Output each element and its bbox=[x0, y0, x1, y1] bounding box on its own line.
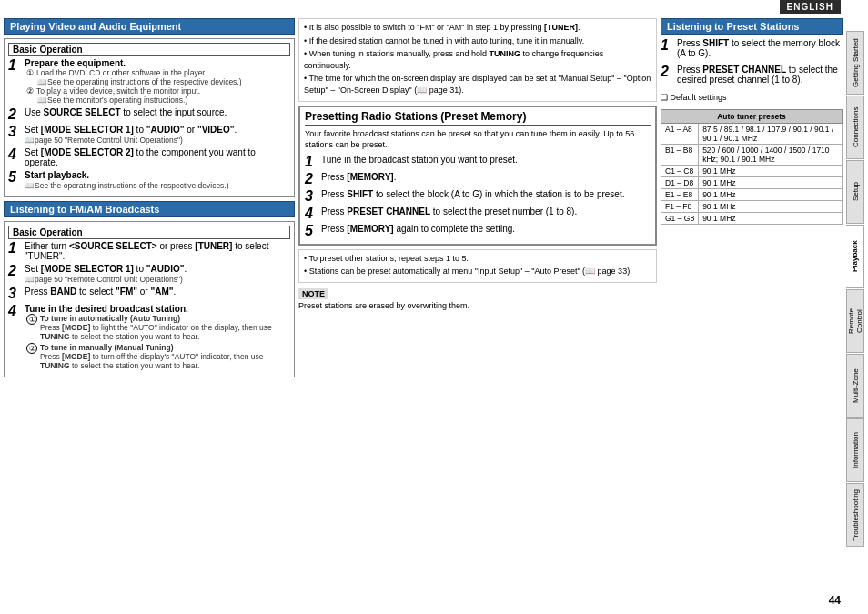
section2-header: Listening to FM/AM Broadcasts bbox=[4, 201, 295, 217]
channel-f: F1 – F8 bbox=[661, 201, 699, 213]
side-tabs: Getting Started Connections Setup Playba… bbox=[846, 31, 864, 610]
middle-column: • It is also possible to switch to "FM" … bbox=[298, 18, 657, 610]
step-1-title: Prepare the equipment. bbox=[25, 58, 126, 68]
fm-sub2-text: To tune in manually (Manual Tuning) Pres… bbox=[40, 343, 290, 370]
tab-multi-zone[interactable]: Multi-Zone bbox=[846, 354, 864, 418]
preset-step-5-content: Press [MEMORY] again to complete the set… bbox=[321, 224, 651, 234]
preset-step-1-num: 1 bbox=[305, 155, 318, 169]
sub-step-2-text: To play a video device, switch the monit… bbox=[36, 86, 200, 96]
channel-c: C1 – C8 bbox=[661, 166, 699, 177]
preset-desc: Your favorite broadcast stations can be … bbox=[305, 128, 651, 151]
step-4: 4 Set [MODE SELECTOR 2] to the component… bbox=[8, 147, 290, 167]
sub-step-2-num: ② bbox=[26, 86, 34, 96]
sub-note-1: 📖See the operating instructions of the r… bbox=[37, 77, 242, 86]
fm-step-4: 4 Tune in the desired broadcast station.… bbox=[8, 304, 290, 370]
step-4-num: 4 bbox=[8, 147, 21, 162]
bullet-section: • It is also possible to switch to "FM" … bbox=[298, 18, 657, 102]
channel-e: E1 – E8 bbox=[661, 189, 699, 201]
preset-step-1-content: Tune in the broadcast station you want t… bbox=[321, 155, 651, 165]
tab-remote-control[interactable]: Remote Control bbox=[846, 289, 864, 353]
section1-subheader: Basic Operation bbox=[8, 43, 290, 56]
note-section: NOTE Preset stations are erased by overw… bbox=[298, 287, 657, 312]
fm-sub1-text: To tune in automatically (Auto Tuning) P… bbox=[40, 314, 290, 341]
sub-step-1-num: ① bbox=[26, 68, 34, 77]
step-4-text: Set [MODE SELECTOR 2] to the component y… bbox=[25, 147, 256, 167]
step-3-text: Set [MODE SELECTOR 1] to "AUDIO" or "VID… bbox=[25, 125, 237, 135]
step-5-note: 📖See the operating instructions of the r… bbox=[25, 181, 229, 190]
step-3-num: 3 bbox=[8, 125, 21, 139]
preset-step-3-text: Press SHIFT to select the block (A to G)… bbox=[321, 189, 624, 199]
value-e: 90.1 MHz bbox=[699, 189, 843, 201]
tab-connections[interactable]: Connections bbox=[846, 96, 864, 159]
preset-step-3-content: Press SHIFT to select the block (A to G)… bbox=[321, 189, 651, 199]
fm-step-4-content: Tune in the desired broadcast station. ①… bbox=[25, 304, 290, 370]
fm-step-4-num: 4 bbox=[8, 304, 21, 318]
table-row: A1 – A8 87.5 / 89.1 / 98.1 / 107.9 / 90.… bbox=[661, 124, 843, 145]
channel-d: D1 – D8 bbox=[661, 177, 699, 189]
step-2-num: 2 bbox=[8, 107, 21, 122]
fm-step-1-num: 1 bbox=[8, 241, 21, 256]
preset-step-2-content: Press [MEMORY]. bbox=[321, 172, 651, 182]
right-step-1-num: 1 bbox=[661, 38, 673, 53]
bullet-1: • It is also possible to switch to "FM" … bbox=[304, 22, 651, 34]
bullet-2: • If the desired station cannot be tuned… bbox=[304, 35, 651, 47]
fm-step-3-num: 3 bbox=[8, 287, 21, 301]
right-step-2: 2 Press PRESET CHANNEL to select the des… bbox=[661, 65, 843, 85]
step-5: 5 Start playback. 📖See the operating ins… bbox=[8, 170, 290, 190]
step-3-note: 📖page 50 "Remote Control Unit Operations… bbox=[25, 136, 183, 145]
right-step-1-content: Press SHIFT to select the memory block (… bbox=[677, 38, 843, 58]
section2-box: Basic Operation 1 Either turn <SOURCE SE… bbox=[4, 221, 295, 377]
preset-step-4: 4 Press PRESET CHANNEL to select the pre… bbox=[305, 206, 651, 221]
preset-step-1-text: Tune in the broadcast station you want t… bbox=[321, 155, 518, 165]
channel-a: A1 – A8 bbox=[661, 124, 699, 145]
table-header: Auto tuner presets bbox=[661, 110, 843, 124]
page-number: 44 bbox=[829, 594, 841, 607]
preset-step-2-num: 2 bbox=[305, 172, 318, 186]
right-step-2-num: 2 bbox=[661, 65, 673, 79]
step-1-sub1: ① Load the DVD, CD or other software in … bbox=[26, 68, 290, 77]
right-step-2-content: Press PRESET CHANNEL to select the desir… bbox=[677, 65, 843, 85]
right-section-header: Listening to Preset Stations bbox=[661, 18, 843, 35]
step-2-content: Use SOURCE SELECT to select the input so… bbox=[25, 107, 290, 117]
step-1-sub2: ② To play a video device, switch the mon… bbox=[26, 86, 290, 96]
sub-note-2: 📖See the monitor's operating instruction… bbox=[37, 96, 187, 105]
preset-step-4-num: 4 bbox=[305, 206, 318, 221]
preset-table: Auto tuner presets A1 – A8 87.5 / 89.1 /… bbox=[661, 109, 843, 225]
after-bullet-1: • To preset other stations, repeat steps… bbox=[304, 253, 651, 265]
language-label: ENGLISH bbox=[780, 0, 841, 14]
tab-information[interactable]: Information bbox=[846, 418, 864, 482]
channel-b: B1 – B8 bbox=[661, 145, 699, 166]
preset-step-4-content: Press PRESET CHANNEL to select the prese… bbox=[321, 206, 651, 216]
step-5-title: Start playback. bbox=[25, 170, 89, 180]
tab-setup[interactable]: Setup bbox=[846, 160, 864, 224]
fm-step-1: 1 Either turn <SOURCE SELECT> or press [… bbox=[8, 241, 290, 261]
preset-title: Presetting Radio Stations (Preset Memory… bbox=[305, 110, 651, 126]
fm-step-1-text: Either turn <SOURCE SELECT> or press [TU… bbox=[25, 241, 268, 261]
step-2: 2 Use SOURCE SELECT to select the input … bbox=[8, 107, 290, 122]
step-3-content: Set [MODE SELECTOR 1] to "AUDIO" or "VID… bbox=[25, 125, 290, 145]
step-1: 1 Prepare the equipment. ① Load the DVD,… bbox=[8, 58, 290, 105]
step-1-sub2-note: 📖See the monitor's operating instruction… bbox=[26, 96, 290, 105]
preset-step-3-num: 3 bbox=[305, 189, 318, 204]
note-label: NOTE bbox=[298, 288, 328, 299]
step-5-num: 5 bbox=[8, 170, 21, 185]
table-row: E1 – E8 90.1 MHz bbox=[661, 189, 843, 201]
right-column: Listening to Preset Stations 1 Press SHI… bbox=[661, 18, 843, 610]
tab-getting-started[interactable]: Getting Started bbox=[846, 31, 864, 95]
fm-sub1: ① To tune in automatically (Auto Tuning)… bbox=[26, 314, 290, 341]
fm-sub1-num: ① bbox=[26, 314, 37, 325]
step-2-text: Use SOURCE SELECT to select the input so… bbox=[25, 107, 227, 117]
step-1-content: Prepare the equipment. ① Load the DVD, C… bbox=[25, 58, 290, 105]
value-a: 87.5 / 89.1 / 98.1 / 107.9 / 90.1 / 90.1… bbox=[699, 124, 843, 145]
bullet-3: • When tuning in stations manually, pres… bbox=[304, 48, 651, 71]
fm-step-3-text: Press BAND to select "FM" or "AM". bbox=[25, 287, 176, 297]
section1-header: Playing Video and Audio Equipment bbox=[4, 18, 295, 35]
tab-troubleshooting[interactable]: Troubleshooting bbox=[846, 483, 864, 547]
tab-playback[interactable]: Playback bbox=[846, 225, 864, 288]
bullet-4: • The time for which the on-screen displ… bbox=[304, 73, 651, 96]
fm-step-2-content: Set [MODE SELECTOR 1] to "AUDIO". 📖page … bbox=[25, 264, 290, 284]
value-f: 90.1 MHz bbox=[699, 201, 843, 213]
left-column: Playing Video and Audio Equipment Basic … bbox=[4, 18, 295, 610]
value-d: 90.1 MHz bbox=[699, 177, 843, 189]
fm-step-2: 2 Set [MODE SELECTOR 1] to "AUDIO". 📖pag… bbox=[8, 264, 290, 284]
